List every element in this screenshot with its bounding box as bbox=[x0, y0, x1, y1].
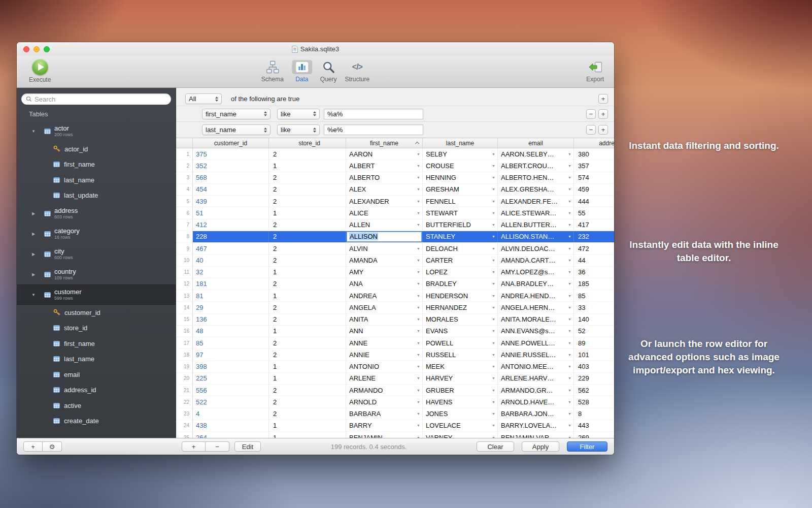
table-row-13[interactable]: 13811ANDREA▼HENDERSON▼ANDREA.HEND…▼85 bbox=[176, 290, 614, 302]
cell-address-id[interactable]: 185 bbox=[574, 278, 614, 290]
cell-last-name[interactable]: FENNELL▼ bbox=[423, 196, 498, 207]
cell-last-name[interactable]: GRUBER▼ bbox=[423, 385, 498, 396]
match-popup[interactable]: All bbox=[185, 93, 222, 104]
cell-customer-id[interactable]: 32 bbox=[193, 267, 269, 278]
table-row-3[interactable]: 35682ALBERTO▼HENNING▼ALBERTO.HEN…▼574 bbox=[176, 172, 614, 184]
cell-popup-icon[interactable]: ▼ bbox=[415, 341, 420, 345]
add-row-button[interactable]: + bbox=[182, 441, 206, 452]
sidebar-column-last_update[interactable]: last_update bbox=[17, 188, 176, 204]
cell-address-id[interactable]: 229 bbox=[574, 373, 614, 384]
cell-popup-icon[interactable]: ▼ bbox=[415, 187, 420, 191]
cell-email[interactable]: AMANDA.CART…▼ bbox=[498, 255, 574, 266]
cell-first-name[interactable]: BARRY▼ bbox=[346, 420, 423, 431]
cell-popup-icon[interactable]: ▼ bbox=[490, 318, 495, 321]
cell-first-name[interactable]: ANNIE▼ bbox=[346, 349, 423, 360]
cell-first-name[interactable]: AARON▼ bbox=[346, 148, 423, 160]
remove-filter-button[interactable]: − bbox=[586, 125, 596, 135]
sidebar-table-city[interactable]: ▶city600 rows bbox=[17, 244, 176, 264]
table-row-8[interactable]: 82282ALLISONSTANLEY▼ALLISON.STAN…▼232 bbox=[176, 231, 614, 243]
cell-address-id[interactable]: 574 bbox=[574, 172, 614, 183]
table-row-11[interactable]: 11321AMY▼LOPEZ▼AMY.LOPEZ@s…▼36 bbox=[176, 267, 614, 278]
cell-popup-icon[interactable]: ▼ bbox=[490, 176, 495, 179]
sidebar-table-address[interactable]: ▶address603 rows bbox=[17, 203, 176, 224]
cell-popup-icon[interactable]: ▼ bbox=[415, 365, 420, 368]
cell-popup-icon[interactable]: ▼ bbox=[490, 306, 495, 309]
cell-popup-icon[interactable]: ▼ bbox=[490, 376, 495, 380]
sidebar-table-category[interactable]: ▶category16 rows bbox=[17, 224, 176, 244]
cell-first-name[interactable]: ALLISON bbox=[346, 231, 423, 242]
cell-address-id[interactable]: 8 bbox=[574, 408, 614, 420]
cell-popup-icon[interactable]: ▼ bbox=[415, 176, 420, 179]
cell-popup-icon[interactable]: ▼ bbox=[490, 247, 495, 250]
cell-popup-icon[interactable]: ▼ bbox=[490, 329, 495, 333]
sidebar-column-store_id[interactable]: store_id bbox=[17, 321, 176, 336]
filter-value-input[interactable] bbox=[324, 109, 423, 119]
cell-last-name[interactable]: MEEK▼ bbox=[423, 361, 498, 372]
table-row-20[interactable]: 202251ARLENE▼HARVEY▼ARLENE.HARV…▼229 bbox=[176, 373, 614, 385]
cell-popup-icon[interactable]: ▼ bbox=[566, 211, 571, 215]
cell-customer-id[interactable]: 136 bbox=[193, 314, 269, 325]
cell-email[interactable]: BARBARA.JON…▼ bbox=[498, 408, 574, 420]
cell-customer-id[interactable]: 454 bbox=[193, 184, 269, 195]
cell-store-id[interactable]: 2 bbox=[269, 231, 346, 242]
cell-popup-icon[interactable]: ▼ bbox=[566, 223, 571, 227]
cell-store-id[interactable]: 2 bbox=[269, 396, 346, 407]
apply-button[interactable]: Apply bbox=[522, 441, 559, 452]
cell-popup-icon[interactable]: ▼ bbox=[566, 341, 571, 345]
cell-store-id[interactable]: 2 bbox=[269, 243, 346, 254]
cell-first-name[interactable]: ANN▼ bbox=[346, 326, 423, 337]
cell-email[interactable]: ANNE.POWELL…▼ bbox=[498, 337, 574, 348]
cell-customer-id[interactable]: 439 bbox=[193, 196, 269, 207]
cell-popup-icon[interactable]: ▼ bbox=[566, 306, 571, 309]
cell-popup-icon[interactable]: ▼ bbox=[566, 247, 571, 250]
cell-last-name[interactable]: CROUSE▼ bbox=[423, 160, 498, 171]
cell-email[interactable]: ARNOLD.HAVE…▼ bbox=[498, 396, 574, 407]
cell-store-id[interactable]: 1 bbox=[269, 361, 346, 372]
cell-popup-icon[interactable]: ▼ bbox=[566, 235, 571, 238]
cell-email[interactable]: ALLISON.STAN…▼ bbox=[498, 231, 574, 242]
cell-popup-icon[interactable]: ▼ bbox=[566, 282, 571, 285]
cell-store-id[interactable]: 2 bbox=[269, 314, 346, 325]
cell-customer-id[interactable]: 352 bbox=[193, 160, 269, 171]
cell-popup-icon[interactable]: ▼ bbox=[566, 270, 571, 274]
cell-first-name[interactable]: ANA▼ bbox=[346, 278, 423, 290]
cell-store-id[interactable]: 1 bbox=[269, 290, 346, 301]
cell-email[interactable]: ANGELA.HERN…▼ bbox=[498, 302, 574, 313]
cell-last-name[interactable]: GRESHAM▼ bbox=[423, 184, 498, 195]
cell-customer-id[interactable]: 467 bbox=[193, 243, 269, 254]
cell-popup-icon[interactable]: ▼ bbox=[566, 164, 571, 168]
close-button[interactable] bbox=[23, 46, 29, 52]
cell-address-id[interactable]: 89 bbox=[574, 337, 614, 348]
cell-customer-id[interactable]: 97 bbox=[193, 349, 269, 360]
cell-email[interactable]: ANN.EVANS@s…▼ bbox=[498, 326, 574, 337]
cell-email[interactable]: BARRY.LOVELA…▼ bbox=[498, 420, 574, 431]
table-row-21[interactable]: 215562ARMANDO▼GRUBER▼ARMANDO.GR…▼562 bbox=[176, 385, 614, 396]
table-row-25[interactable]: 252641BENJAMIN▼VARNEY▼BENJAMIN.VAR…▼269 bbox=[176, 432, 614, 438]
table-row-7[interactable]: 74122ALLEN▼BUTTERFIELD▼ALLEN.BUTTER…▼417 bbox=[176, 219, 614, 231]
cell-popup-icon[interactable]: ▼ bbox=[566, 200, 571, 203]
cell-customer-id[interactable]: 81 bbox=[193, 290, 269, 301]
sidebar-column-first_name[interactable]: first_name bbox=[17, 157, 176, 173]
cell-last-name[interactable]: VARNEY▼ bbox=[423, 432, 498, 438]
sidebar-column-last_name[interactable]: last_name bbox=[17, 172, 176, 188]
cell-last-name[interactable]: EVANS▼ bbox=[423, 326, 498, 337]
sidebar-table-actor[interactable]: ▼actor200 rows bbox=[17, 121, 176, 141]
cell-email[interactable]: AMY.LOPEZ@s…▼ bbox=[498, 267, 574, 278]
table-row-16[interactable]: 16481ANN▼EVANS▼ANN.EVANS@s…▼52 bbox=[176, 326, 614, 337]
cell-first-name[interactable]: ARMANDO▼ bbox=[346, 385, 423, 396]
cell-last-name[interactable]: SELBY▼ bbox=[423, 148, 498, 160]
data-button[interactable]: Data bbox=[292, 59, 312, 83]
cell-store-id[interactable]: 2 bbox=[269, 337, 346, 348]
cell-popup-icon[interactable]: ▼ bbox=[415, 223, 420, 227]
cell-store-id[interactable]: 2 bbox=[269, 148, 346, 160]
cell-last-name[interactable]: HENDERSON▼ bbox=[423, 290, 498, 301]
cell-popup-icon[interactable]: ▼ bbox=[566, 187, 571, 191]
sidebar-column-address_id[interactable]: address_id bbox=[17, 383, 176, 398]
cell-popup-icon[interactable]: ▼ bbox=[566, 176, 571, 179]
sidebar-table-country[interactable]: ▶country109 rows bbox=[17, 264, 176, 284]
cell-address-id[interactable]: 472 bbox=[574, 243, 614, 254]
cell-popup-icon[interactable]: ▼ bbox=[566, 353, 571, 357]
cell-first-name[interactable]: ANTONIO▼ bbox=[346, 361, 423, 372]
cell-customer-id[interactable]: 568 bbox=[193, 172, 269, 183]
cell-store-id[interactable]: 2 bbox=[269, 302, 346, 313]
